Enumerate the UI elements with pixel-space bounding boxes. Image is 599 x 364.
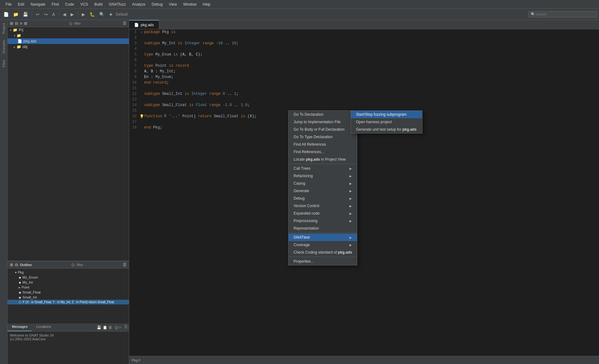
filter-messages[interactable]: Q-> — [115, 325, 121, 330]
bottom-menu-icon[interactable]: ☰ — [123, 323, 129, 331]
files-tab[interactable]: Files — [1, 59, 6, 68]
tree-item-prj[interactable]: ▾ 📁 Prj — [7, 27, 129, 33]
clear-messages-icon[interactable]: 🗑 — [109, 325, 112, 330]
line-number: 3 — [129, 41, 139, 46]
search-input[interactable] — [535, 12, 592, 17]
panel-menu-icon[interactable]: ☰ — [123, 21, 126, 26]
ctx-item-casing[interactable]: Casing▶ — [289, 180, 357, 187]
line-number: 6 — [129, 58, 139, 62]
build-button[interactable]: ▶ — [80, 11, 87, 17]
ctx-item-jump-to-implementation-file[interactable]: Jump to Implementation File — [289, 118, 357, 126]
line-number: 8 — [129, 69, 139, 74]
ctx-item-gnattest[interactable]: GNATtest▶ — [289, 234, 357, 241]
ctx-item-debug[interactable]: Debug▶ — [289, 195, 357, 202]
copy-messages-icon[interactable]: 📋 — [103, 325, 107, 330]
collapse-all-icon[interactable]: ⊟ — [15, 21, 18, 26]
menu-item-help[interactable]: Help — [200, 1, 214, 8]
code-line-13: 13 — [129, 97, 599, 102]
ctx-item-locate-pkgads-in-project-view[interactable]: Locate pkg.ads in Project View — [289, 156, 357, 163]
locations-tab[interactable]: Locations — [32, 323, 55, 331]
tree-item-pkgads[interactable]: 📄 pkg.ads — [7, 38, 129, 44]
ctx-item-refactoring[interactable]: Refactoring▶ — [289, 172, 357, 180]
menu-item-navigate[interactable]: Navigate — [27, 1, 48, 8]
ctx-item-preprocessing[interactable]: Preprocessing▶ — [289, 217, 357, 225]
menu-item-file[interactable]: File — [2, 1, 15, 8]
new-file-button[interactable]: 📄 — [2, 11, 10, 17]
menu-item-view[interactable]: View — [166, 1, 180, 8]
ctx-item-label: Properties... — [294, 259, 314, 264]
font-button[interactable]: A — [51, 11, 56, 17]
back-button[interactable]: ◀ — [61, 11, 68, 17]
undo-button[interactable]: ↩ — [34, 11, 41, 17]
outline-smallfloat-label: Small_Float — [22, 290, 41, 294]
outline-smallint[interactable]: ◆ Small_Int — [7, 295, 129, 300]
project-panel: ⊞ ⊟ ≡ ⊞ Q- filter ☰ ▾ 📁 Prj ▾ — [7, 20, 129, 364]
line-content: subtype Small_Int is Integer range 0 .. … — [144, 92, 599, 96]
ctx-item-label: Refactoring — [294, 174, 313, 178]
ctx-item-go-to-body-or-full-declaration[interactable]: Go To Body or Full Declaration — [289, 126, 357, 133]
tree-item-folder[interactable]: ▾ 📁 — [7, 33, 129, 38]
outline-collapse-icon[interactable]: ⊟ — [15, 263, 18, 267]
list-view-icon[interactable]: ≡ — [20, 21, 22, 26]
ctx-item-expanded-code[interactable]: Expanded code▶ — [289, 210, 357, 217]
ctx-item-find-references[interactable]: Find References... — [289, 148, 357, 156]
ctx-item-find-all-references[interactable]: Find All References — [289, 141, 357, 148]
menu-item-window[interactable]: Window — [180, 1, 200, 8]
ctx-item-call-trees[interactable]: Call Trees▶ — [289, 165, 357, 172]
ctx-item-version-control[interactable]: Version Control▶ — [289, 202, 357, 210]
menu-item-find[interactable]: Find — [48, 1, 62, 8]
menu-item-vcs[interactable]: VCS — [77, 1, 91, 8]
outline-f[interactable]: ⬡ F (X : in Small_Float; Y : in My_Int; … — [7, 300, 129, 304]
editor-area: 📄 pkg.ads 1 ▾ package Pkg is2 3 subtype … — [129, 20, 599, 364]
star-button[interactable]: ★ — [107, 11, 114, 17]
ctx-item-coverage[interactable]: Coverage▶ — [289, 241, 357, 249]
ctx-item-representation[interactable]: Representation — [289, 225, 357, 232]
tree-item-obj[interactable]: ▸ 📁 obj — [7, 44, 129, 50]
code-editor[interactable]: 1 ▾ package Pkg is2 3 subtype My_Int is … — [129, 29, 599, 356]
submenu-item-generate-unit-test-setup-for-pkgads[interactable]: Generate unit test setup for pkg.ads — [351, 126, 422, 133]
ctx-separator — [289, 257, 357, 257]
ctx-separator — [289, 164, 357, 164]
tab-pkgads[interactable]: 📄 pkg.ads — [129, 20, 159, 29]
scenario-tab[interactable]: Scenario — [1, 39, 6, 55]
submenu-item-open-harness-project[interactable]: Open harness project — [351, 118, 422, 126]
outline-smallfloat[interactable]: ◆ Small_Float — [7, 290, 129, 295]
menu-item-analyze[interactable]: Analyze — [129, 1, 149, 8]
outline-pkg[interactable]: ▾ Pkg — [7, 270, 129, 275]
outline-myenum[interactable]: ◆ My_Enum — [7, 275, 129, 280]
outline-f-label: F (X : in Small_Float; Y : in My_Int; Z … — [23, 300, 114, 304]
grid-view-icon[interactable]: ⊞ — [24, 21, 27, 26]
save-messages-icon[interactable]: 💾 — [97, 325, 101, 330]
ctx-item-check-coding-standard-of-pkgads[interactable]: Check Coding standard of pkg.ads — [289, 249, 357, 256]
save-button[interactable]: 💾 — [21, 11, 30, 17]
outline-menu-icon[interactable]: ☰ — [123, 263, 126, 267]
ctx-item-label: Generate — [294, 189, 309, 193]
expand-all-icon[interactable]: ⊞ — [10, 21, 13, 26]
menu-item-debug[interactable]: Debug — [149, 1, 166, 8]
default-label: Default — [116, 12, 128, 17]
bottom-text-line1: Welcome to GNAT Studio 24 — [10, 333, 126, 337]
ctx-item-go-to-type-declaration[interactable]: Go To Type Declaration — [289, 133, 357, 141]
messages-tab[interactable]: Messages — [7, 323, 32, 331]
analyze-button[interactable]: 🔍 — [98, 11, 106, 17]
menu-item-gnatfuzz[interactable]: GNATfuzz — [106, 1, 129, 8]
outline-myint[interactable]: ◆ My_Int — [7, 280, 129, 285]
ctx-item-go-to-declaration[interactable]: Go To Declaration — [289, 111, 357, 118]
submenu-item-startstop-fuzzing-subprogram[interactable]: Start/Stop fuzzing subprogram — [351, 111, 422, 118]
project-tab[interactable]: Project — [1, 22, 6, 35]
debug-button[interactable]: 🐛 — [88, 11, 96, 17]
search-box[interactable]: 🔍 — [528, 11, 597, 17]
ctx-item-properties[interactable]: Properties... — [289, 258, 357, 265]
forward-button[interactable]: ▶ — [69, 11, 75, 17]
ctx-item-generate[interactable]: Generate▶ — [289, 187, 357, 195]
outline-filter-box[interactable]: Q- filter — [71, 263, 83, 267]
ctx-submenu-arrow: ▶ — [349, 204, 352, 208]
menu-item-code[interactable]: Code — [62, 1, 77, 8]
menu-item-edit[interactable]: Edit — [15, 1, 27, 8]
menu-item-build[interactable]: Build — [91, 1, 106, 8]
open-button[interactable]: 📁 — [12, 11, 20, 17]
outline-point[interactable]: ▸ Point — [7, 285, 129, 290]
outline-expand-icon[interactable]: ⊞ — [10, 263, 13, 267]
filter-box[interactable]: Q- filter — [69, 22, 81, 25]
redo-button[interactable]: ↪ — [42, 11, 49, 17]
